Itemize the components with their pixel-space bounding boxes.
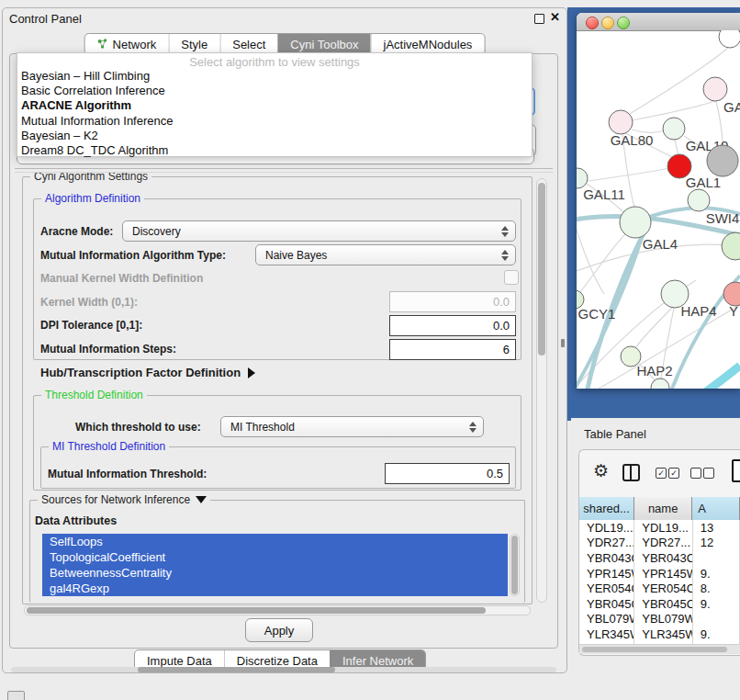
table-cell: 9.: [693, 566, 740, 581]
table-cell: 13: [693, 520, 740, 536]
network-node[interactable]: [719, 30, 740, 48]
data-attribute-item[interactable]: gal4RGexp: [42, 581, 508, 596]
mi-steps-field[interactable]: [389, 339, 516, 360]
table-row[interactable]: YER054CYER054C8.: [579, 581, 740, 596]
algorithm-option[interactable]: ARACNE Algorithm: [17, 98, 532, 113]
minimized-panel-icon[interactable]: [7, 691, 25, 700]
mi-type-select[interactable]: Naive Bayes: [255, 244, 516, 265]
algorithm-option[interactable]: Bayesian – K2: [17, 129, 532, 143]
tab-label: Select: [232, 38, 265, 51]
network-node[interactable]: [688, 189, 710, 211]
network-node[interactable]: [620, 207, 651, 238]
algorithm-option[interactable]: Basic Correlation Inference: [17, 84, 532, 98]
float-window-icon[interactable]: [534, 14, 544, 24]
table-row[interactable]: YDL19...YDL19...13: [579, 520, 740, 536]
column-header-a[interactable]: A: [692, 497, 740, 520]
tab-jactivemnodules[interactable]: jActiveMNodules: [371, 34, 485, 54]
table-row[interactable]: YBL079WYBL079W: [579, 612, 740, 627]
minimize-traffic-light[interactable]: [601, 17, 614, 29]
table-horizontal-scrollbar[interactable]: [579, 644, 740, 654]
network-node[interactable]: [703, 77, 727, 101]
mi-threshold-field[interactable]: [385, 463, 510, 484]
sources-title: Sources for Network Inference: [41, 493, 190, 506]
manual-kernel-checkbox[interactable]: [504, 270, 519, 285]
scrollbar-thumb[interactable]: [582, 647, 727, 652]
algorithm-option[interactable]: Dream8 DC_TDC Algorithm: [17, 143, 532, 158]
which-threshold-label: Which threshold to use:: [75, 421, 201, 434]
network-node[interactable]: [651, 378, 669, 389]
table-row[interactable]: YPR145WYPR145W9.: [579, 566, 740, 581]
unchecked-box-icon[interactable]: [690, 468, 701, 479]
mi-threshold-label: Mutual Information Threshold:: [48, 468, 207, 480]
panel-divider-grabber[interactable]: [561, 339, 565, 347]
table-row[interactable]: YLR345WYLR345W9.: [579, 627, 740, 642]
data-attributes-label: Data Attributes: [35, 514, 117, 527]
algorithm-option[interactable]: Mutual Information Inference: [17, 114, 532, 129]
node-label: GAL1: [686, 175, 721, 190]
aracne-mode-select[interactable]: Discovery: [122, 220, 516, 242]
data-attribute-item[interactable]: SelfLoops: [42, 534, 508, 549]
tab-network[interactable]: Network: [85, 34, 169, 54]
network-node[interactable]: [577, 168, 588, 188]
table-cell: YBR043C: [634, 550, 693, 566]
scrollbar-thumb[interactable]: [538, 183, 545, 356]
table-cell: YDR27...: [579, 536, 634, 551]
algorithm-option[interactable]: Bayesian – Hill Climbing: [17, 69, 532, 84]
zoom-traffic-light[interactable]: [617, 17, 630, 29]
tab-select[interactable]: Select: [219, 34, 277, 54]
dropdown-placeholder: Select algorithm to view settings: [17, 55, 532, 69]
network-window-titlebar[interactable]: [577, 13, 740, 31]
mi-steps-label: Mutual Information Steps:: [40, 343, 176, 356]
mi-type-label: Mutual Information Algorithm Type:: [40, 249, 226, 262]
table-cell: 8.: [693, 581, 740, 596]
checked-box-icon[interactable]: ✓: [668, 468, 679, 479]
scrollbar-thumb[interactable]: [27, 607, 486, 614]
stepper-icon: [501, 250, 509, 261]
hub-definition-toggle[interactable]: Hub/Transcription Factor Definition: [40, 366, 255, 379]
table-cell: YPR145W: [579, 566, 634, 581]
table-panel-title: Table Panel: [584, 427, 646, 441]
control-panel-horizontal-scrollbar[interactable]: [11, 667, 556, 672]
tab-cyni-toolbox[interactable]: Cyni Toolbox: [277, 34, 370, 54]
network-node[interactable]: [707, 145, 738, 176]
apply-button[interactable]: Apply: [245, 618, 313, 642]
data-attributes-list: SelfLoopsTopologicalCoefficientBetweenne…: [42, 534, 508, 596]
checked-box-icon[interactable]: ✓: [656, 468, 667, 479]
table-cell: YER054C: [579, 581, 634, 596]
unchecked-box-icon[interactable]: [703, 468, 714, 479]
scrollbar-thumb[interactable]: [511, 536, 518, 594]
node-label: HAP4: [680, 303, 716, 319]
gear-icon[interactable]: ⚙: [593, 462, 609, 480]
selected-value: Discovery: [132, 225, 181, 238]
stepper-icon: [501, 226, 509, 237]
tab-label: Impute Data: [147, 654, 212, 668]
column-header-name[interactable]: name: [634, 497, 692, 520]
kernel-width-field[interactable]: [389, 291, 516, 312]
table-row[interactable]: YDR27...YDR27...12: [579, 536, 740, 551]
table-cell: 9.: [693, 596, 740, 612]
split-columns-icon[interactable]: [622, 464, 640, 481]
attributes-scrollbar[interactable]: [510, 534, 520, 596]
column-header-shared-name[interactable]: shared...: [579, 497, 634, 520]
table-row[interactable]: YBR045CYBR045C9.: [579, 596, 740, 612]
document-icon[interactable]: [732, 459, 740, 482]
table-row[interactable]: YBR043CYBR043C: [579, 550, 740, 566]
settings-vertical-scrollbar[interactable]: [536, 178, 547, 603]
network-node[interactable]: [609, 110, 633, 134]
sources-toggle[interactable]: Sources for Network Inference: [38, 493, 210, 506]
settings-horizontal-scrollbar[interactable]: [24, 605, 531, 615]
table-cell: YER054C: [634, 581, 693, 596]
data-attribute-item[interactable]: TopologicalCoefficient: [42, 549, 508, 565]
data-attribute-item[interactable]: BetweennessCentrality: [42, 565, 508, 581]
close-icon[interactable]: ✕: [550, 10, 560, 24]
group-title: Threshold Definition: [41, 389, 147, 401]
network-node[interactable]: [663, 118, 685, 140]
network-canvas[interactable]: GALGAL80GAL10GAL1GAL11SWI4GAL4HAP4YGCY1H…: [577, 30, 740, 389]
which-threshold-select[interactable]: MI Threshold: [220, 416, 484, 437]
close-traffic-light[interactable]: [586, 17, 599, 29]
tab-style[interactable]: Style: [168, 34, 219, 54]
dpi-tolerance-field[interactable]: [389, 315, 516, 336]
table-cell: YDL19...: [634, 520, 693, 536]
network-node[interactable]: [722, 232, 740, 260]
scrollbar-thumb[interactable]: [138, 667, 335, 672]
